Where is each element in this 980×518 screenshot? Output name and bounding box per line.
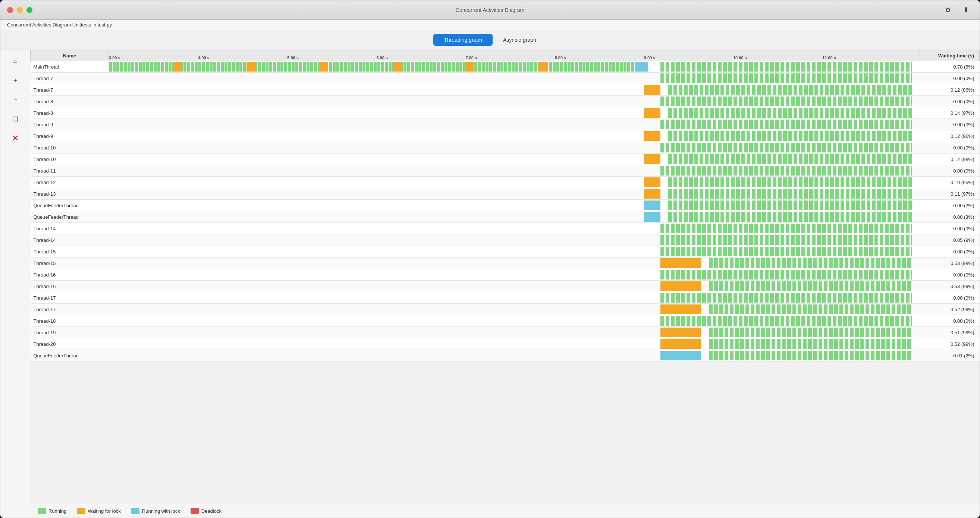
chart-cell xyxy=(109,73,920,84)
thread-name: Thread-8 xyxy=(30,107,109,119)
copy-icon[interactable]: 📋 xyxy=(8,112,22,126)
chart-cell xyxy=(109,234,920,246)
wait-time: 0.52 (99%) xyxy=(920,304,980,315)
running-lock-swatch xyxy=(131,508,140,514)
chart-cell xyxy=(109,338,920,350)
diagram-area: Name 3.00 s 4.00 s 5.00 s 6.00 s 7.00 s … xyxy=(30,50,980,518)
settings-icon[interactable]: ⚙ xyxy=(941,3,955,17)
waiting-swatch xyxy=(77,508,85,514)
thread-name: Thread-14 xyxy=(30,234,109,246)
col-header-wait: Waiting time (s) xyxy=(920,50,980,61)
chart-cell xyxy=(109,223,920,234)
table-row: Thread-140.00 (0%) xyxy=(30,223,980,234)
thread-name: Thread-8 xyxy=(30,96,109,107)
chart-cell xyxy=(109,211,920,223)
wait-time: 0.05 (9%) xyxy=(920,234,980,246)
thread-name: MainThread xyxy=(30,61,109,73)
chart-cell xyxy=(109,304,920,315)
chart-cell xyxy=(109,142,920,154)
chart-cell xyxy=(109,257,920,269)
zoom-in-icon[interactable]: ＋ xyxy=(8,73,22,87)
table-row: Thread-200.52 (99%) xyxy=(30,338,980,350)
wait-time: 0.00 (0%) xyxy=(920,246,980,257)
threading-table: Name 3.00 s 4.00 s 5.00 s 6.00 s 7.00 s … xyxy=(30,50,980,361)
app-window: Concurrent Activities Diagram ⚙ ⬇ Concur… xyxy=(0,0,980,518)
wait-time: 0.12 (98%) xyxy=(920,154,980,165)
col-header-name: Name xyxy=(30,50,109,61)
tab-asyncio[interactable]: Asyncio graph xyxy=(493,34,547,46)
wait-time: 0.51 (99%) xyxy=(920,327,980,338)
wait-time: 0.00 (0%) xyxy=(920,73,980,84)
maximize-button[interactable] xyxy=(27,7,32,13)
waiting-label: Waiting for lock xyxy=(88,508,121,514)
running-swatch xyxy=(38,508,46,514)
chart-cell xyxy=(109,130,920,142)
chart-cell xyxy=(109,154,920,165)
thread-name: Thread-20 xyxy=(30,338,109,350)
thread-name: Thread-10 xyxy=(30,142,109,154)
header-icon: ☰ xyxy=(8,54,22,68)
main-content: ☰ ＋ － 📋 ✕ Name xyxy=(0,50,980,518)
table-row: Thread-80.00 (0%) xyxy=(30,96,980,107)
col-header-chart: 3.00 s 4.00 s 5.00 s 6.00 s 7.00 s 8.00 … xyxy=(109,50,920,61)
chart-cell xyxy=(109,107,920,119)
thread-name: QueueFeederThread xyxy=(30,200,109,211)
chart-cell xyxy=(109,188,920,200)
running-lock-label: Running with lock xyxy=(142,508,180,514)
thread-name: Thread-7 xyxy=(30,73,109,84)
table-row: Thread-70.00 (0%) xyxy=(30,73,980,84)
chart-cell xyxy=(109,350,920,361)
wait-time: 0.00 (3%) xyxy=(920,211,980,223)
table-row: Thread-100.12 (98%) xyxy=(30,154,980,165)
chart-cell xyxy=(109,281,920,292)
wait-time: 0.01 (2%) xyxy=(920,350,980,361)
chart-cell xyxy=(109,269,920,281)
wait-time: 0.00 (2%) xyxy=(920,200,980,211)
table-row: Thread-110.00 (0%) xyxy=(30,165,980,176)
tab-threading[interactable]: Threading graph xyxy=(433,34,493,46)
wait-time: 0.14 (97%) xyxy=(920,107,980,119)
subtitle-text: Concurrent Activities Diagram Unittests … xyxy=(7,22,112,28)
chart-cell xyxy=(109,96,920,107)
thread-name: Thread-19 xyxy=(30,327,109,338)
thread-name: Thread-17 xyxy=(30,292,109,304)
download-icon[interactable]: ⬇ xyxy=(959,3,973,17)
running-label: Running xyxy=(48,508,66,514)
chart-cell xyxy=(109,165,920,176)
wait-time: 0.00 (0%) xyxy=(920,315,980,327)
minimize-button[interactable] xyxy=(17,7,23,13)
chart-cell xyxy=(109,176,920,188)
wait-time: 0.53 (98%) xyxy=(920,257,980,269)
thread-name: Thread-13 xyxy=(30,188,109,200)
table-container[interactable]: Name 3.00 s 4.00 s 5.00 s 6.00 s 7.00 s … xyxy=(30,50,980,504)
thread-name: Thread-7 xyxy=(30,84,109,96)
close-x-icon[interactable]: ✕ xyxy=(8,131,22,145)
chart-cell xyxy=(109,292,920,304)
legend-running-lock: Running with lock xyxy=(131,508,180,514)
wait-time: 0.00 (0%) xyxy=(920,292,980,304)
table-row: Thread-100.00 (0%) xyxy=(30,142,980,154)
table-row: Thread-80.14 (97%) xyxy=(30,107,980,119)
left-toolbar: ☰ ＋ － 📋 ✕ xyxy=(0,50,30,518)
thread-name: Thread-12 xyxy=(30,176,109,188)
thread-name: Thread-9 xyxy=(30,130,109,142)
subtitle-bar: Concurrent Activities Diagram Unittests … xyxy=(0,20,980,30)
wait-time: 0.00 (0%) xyxy=(920,165,980,176)
chart-cell xyxy=(109,84,920,96)
chart-cell xyxy=(109,200,920,211)
table-row: Thread-120.10 (95%) xyxy=(30,176,980,188)
wait-time: 0.11 (97%) xyxy=(920,188,980,200)
table-row: Thread-130.11 (97%) xyxy=(30,188,980,200)
wait-time: 0.10 (95%) xyxy=(920,176,980,188)
thread-name: Thread-15 xyxy=(30,246,109,257)
thread-name: Thread-9 xyxy=(30,119,109,130)
legend-deadlock: Deadlock xyxy=(191,508,221,514)
zoom-out-icon[interactable]: － xyxy=(8,92,22,106)
wait-time: 0.70 (6%) xyxy=(920,61,980,73)
close-button[interactable] xyxy=(7,7,13,13)
wait-time: 0.00 (0%) xyxy=(920,269,980,281)
table-row: Thread-190.51 (99%) xyxy=(30,327,980,338)
table-row: Thread-170.52 (99%) xyxy=(30,304,980,315)
deadlock-swatch xyxy=(191,508,199,514)
toolbar-right: ⚙ ⬇ xyxy=(941,3,973,17)
